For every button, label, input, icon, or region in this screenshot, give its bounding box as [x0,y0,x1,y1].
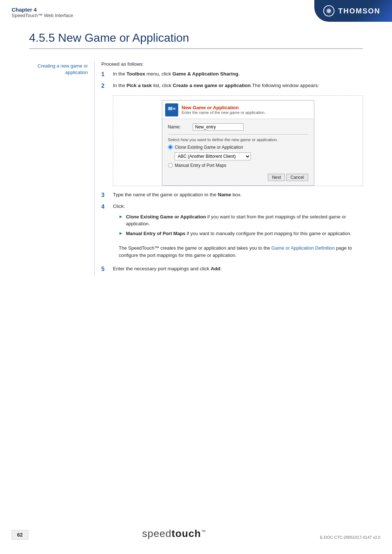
footer-brand-super: ™ [201,529,206,534]
sidebar: Creating a new game or application [29,61,94,277]
header-left: Chapter 4 SpeedTouch™ Web Interface [12,7,73,18]
steps-list-2: 3 Type the name of the game or applicati… [101,191,363,274]
note-link[interactable]: Game or Application Definition [271,245,335,251]
dialog-icon [165,103,178,116]
dialog-radio2[interactable] [168,163,173,168]
page-title: 4.5.5 New Game or Application [29,31,363,49]
thomson-label: THOMSON [338,7,380,15]
dialog-next-button[interactable]: Next [268,174,285,181]
step-2-number: 2 [101,82,110,90]
svg-rect-5 [168,111,172,112]
footer-page-number: 62 [12,530,28,539]
step-3: 3 Type the name of the game or applicati… [101,191,363,199]
dialog-body: Name: Select how you want to define the … [162,119,314,185]
footer-brand-bold: touch [172,528,201,539]
step-1: 1 In the Toolbox menu, click Game & Appl… [101,70,363,78]
svg-rect-7 [173,108,175,109]
dialog-select-label: Select how you want to define the new ga… [168,138,308,142]
step-5-text: Enter the necessary port mappings and cl… [113,265,363,272]
step-4-text: Click: [113,203,125,210]
dialog-field-row: Name: [168,123,308,131]
footer-center: speedtouch™ [142,528,206,539]
step-1-text: In the Toolbox menu, click Game & Applic… [113,70,363,78]
step-2: 2 In the Pick a task list, click Create … [101,82,363,90]
sub-step-2-text: Manual Entry of Port Maps if you want to… [126,230,351,237]
step-3-text: Type the name of the game or application… [113,191,363,198]
sub-step-2: ► Manual Entry of Port Maps if you want … [113,230,363,237]
thomson-logo-area: THOMSON [314,0,392,22]
step-5: 5 Enter the necessary port mappings and … [101,265,363,273]
svg-point-1 [327,9,331,13]
footer-brand-regular: speed [142,528,171,539]
dialog-dropdown-row: ABC (Another Bittorent Client) [175,152,308,160]
dialog-name-input[interactable] [193,123,244,131]
sub-step-1: ► Clone Existing Game or Application if … [113,213,363,227]
chapter-title: Chapter 4 [12,7,73,13]
dialog-separator [168,134,308,135]
sub-step-1-arrow: ► [119,214,123,219]
sidebar-heading: Creating a new game or application [29,63,88,76]
dialog-name-label: Name: [168,124,190,130]
dialog-radio2-row: Manual Entry of Port Maps [168,163,308,168]
step-4: 4 Click: ► Clone Existing Game or Applic… [101,203,363,262]
dialog-radio1-row: Clone Existing Game or Application [168,145,308,150]
dialog-cancel-button[interactable]: Cancel [286,174,308,181]
chapter-subtitle: SpeedTouch™ Web Interface [12,13,73,18]
svg-rect-3 [168,107,172,110]
dialog-title-sub: Enter the name of the new game or applic… [182,110,266,115]
dialog-radio1-label: Clone Existing Game or Application [175,145,243,150]
page-footer: 62 speedtouch™ E-DOC-CTC-20051017-0147 v… [0,528,392,539]
thomson-icon [323,5,335,17]
footer-brand: speedtouch™ [142,528,206,539]
step-1-number: 1 [101,70,110,78]
doc-content: Proceed as follows: 1 In the Toolbox men… [94,61,363,277]
dialog-dropdown[interactable]: ABC (Another Bittorent Client) [175,152,251,160]
dialog-title-bar: New Game or Application Enter the name o… [162,100,314,119]
note-text: The SpeedTouch™ creates the game or appl… [113,245,363,259]
dialog-wrapper: New Game or Application Enter the name o… [113,95,363,186]
page-title-section: 4.5.5 New Game or Application [0,18,392,53]
step-2-text: In the Pick a task list, click Create a … [113,82,363,89]
dialog-radio1[interactable] [168,145,173,149]
sub-steps-list: ► Clone Existing Game or Application if … [113,213,363,240]
note-text-before: The SpeedTouch™ creates the game or appl… [119,245,271,251]
dialog-icon-svg [167,105,177,115]
step-5-number: 5 [101,265,110,273]
page-title-text: 4.5.5 New Game or Application [29,31,189,44]
dialog-radio2-label: Manual Entry of Port Maps [175,163,226,168]
footer-doc-number: E-DOC-CTC-20051017-0147 v2.0 [320,535,380,539]
dialog-title-main: New Game or Application [182,105,266,110]
sub-step-1-text: Clone Existing Game or Application if yo… [126,213,363,227]
dialog-buttons: Next Cancel [168,172,308,181]
dialog-box: New Game or Application Enter the name o… [162,100,314,186]
step-3-number: 3 [101,191,110,199]
proceed-text: Proceed as follows: [101,61,363,67]
content-area: Creating a new game or application Proce… [0,61,392,277]
sub-step-2-arrow: ► [119,231,123,236]
step-4-number: 4 [101,203,110,211]
dialog-title-text: New Game or Application Enter the name o… [182,105,266,115]
steps-list: 1 In the Toolbox menu, click Game & Appl… [101,70,363,90]
